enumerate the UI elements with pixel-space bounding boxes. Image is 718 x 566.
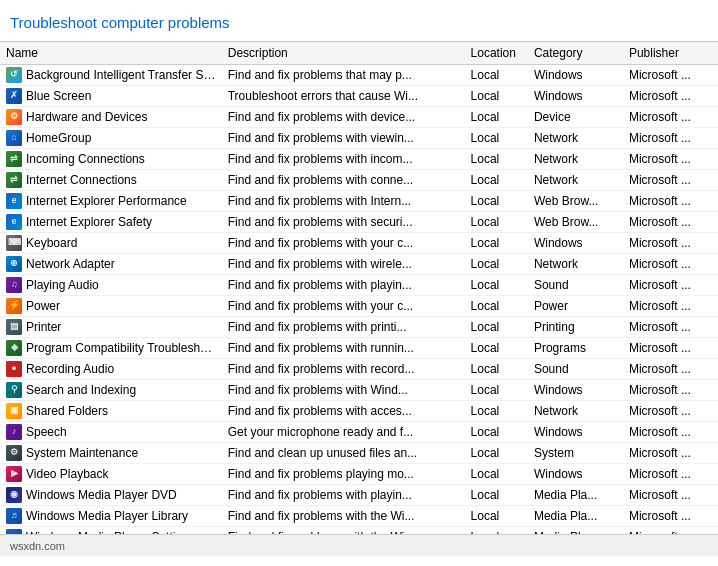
footer-bar: wsxdn.com: [0, 534, 718, 556]
publisher-cell: Microsoft ...: [623, 443, 718, 464]
publisher-cell: Microsoft ...: [623, 86, 718, 107]
table-row[interactable]: Search and IndexingFind and fix problems…: [0, 380, 718, 401]
publisher-cell: Microsoft ...: [623, 128, 718, 149]
name-cell: Network Adapter: [0, 254, 222, 275]
table-row[interactable]: Internet Explorer SafetyFind and fix pro…: [0, 212, 718, 233]
table-row[interactable]: PrinterFind and fix problems with printi…: [0, 317, 718, 338]
name-cell: Video Playback: [0, 464, 222, 485]
table-header-row: Name Description Location Category Publi…: [0, 42, 718, 65]
description-cell: Find and fix problems with playin...: [222, 485, 465, 506]
location-cell: Local: [465, 275, 528, 296]
description-cell: Find and fix problems with wirele...: [222, 254, 465, 275]
table-row[interactable]: Hardware and DevicesFind and fix problem…: [0, 107, 718, 128]
name-cell: Shared Folders: [0, 401, 222, 422]
col-location[interactable]: Location: [465, 42, 528, 65]
description-cell: Get your microphone ready and f...: [222, 422, 465, 443]
table-row[interactable]: PowerFind and fix problems with your c..…: [0, 296, 718, 317]
table-row[interactable]: Network AdapterFind and fix problems wit…: [0, 254, 718, 275]
description-cell: Find and clean up unused files an...: [222, 443, 465, 464]
location-cell: Local: [465, 107, 528, 128]
col-name[interactable]: Name: [0, 42, 222, 65]
col-description[interactable]: Description: [222, 42, 465, 65]
item-name: Playing Audio: [26, 278, 99, 292]
publisher-cell: Microsoft ...: [623, 191, 718, 212]
table-row[interactable]: Windows Media Player DVDFind and fix pro…: [0, 485, 718, 506]
publisher-cell: Microsoft ...: [623, 401, 718, 422]
name-cell: Program Compatibility Troubleshooter: [0, 338, 222, 359]
app-icon: [6, 319, 22, 335]
publisher-cell: Microsoft ...: [623, 527, 718, 535]
item-name: Background Intelligent Transfer Service: [26, 68, 216, 82]
table-row[interactable]: Background Intelligent Transfer ServiceF…: [0, 65, 718, 86]
category-cell: System: [528, 443, 623, 464]
description-cell: Find and fix problems with the Wi...: [222, 506, 465, 527]
publisher-cell: Microsoft ...: [623, 296, 718, 317]
table-body: Background Intelligent Transfer ServiceF…: [0, 65, 718, 535]
app-icon: [6, 298, 22, 314]
app-icon: [6, 445, 22, 461]
description-cell: Find and fix problems playing mo...: [222, 464, 465, 485]
item-name: Printer: [26, 320, 61, 334]
table-row[interactable]: Incoming ConnectionsFind and fix problem…: [0, 149, 718, 170]
table-row[interactable]: Playing AudioFind and fix problems with …: [0, 275, 718, 296]
app-icon: [6, 172, 22, 188]
item-name: Search and Indexing: [26, 383, 136, 397]
category-cell: Media Pla...: [528, 527, 623, 535]
table-row[interactable]: System MaintenanceFind and clean up unus…: [0, 443, 718, 464]
table-row[interactable]: Windows Media Player LibraryFind and fix…: [0, 506, 718, 527]
item-name: Windows Media Player Library: [26, 509, 188, 523]
table-row[interactable]: Windows Media Player SettingsFind and fi…: [0, 527, 718, 535]
publisher-cell: Microsoft ...: [623, 275, 718, 296]
item-name: Network Adapter: [26, 257, 115, 271]
table-row[interactable]: Video PlaybackFind and fix problems play…: [0, 464, 718, 485]
category-cell: Network: [528, 128, 623, 149]
item-name: Shared Folders: [26, 404, 108, 418]
table-row[interactable]: Internet Explorer PerformanceFind and fi…: [0, 191, 718, 212]
name-cell: Background Intelligent Transfer Service: [0, 65, 222, 86]
name-cell: Search and Indexing: [0, 380, 222, 401]
name-cell: Internet Explorer Performance: [0, 191, 222, 212]
table-wrapper[interactable]: Name Description Location Category Publi…: [0, 41, 718, 534]
item-name: Internet Explorer Performance: [26, 194, 187, 208]
table-row[interactable]: HomeGroupFind and fix problems with view…: [0, 128, 718, 149]
table-row[interactable]: SpeechGet your microphone ready and f...…: [0, 422, 718, 443]
item-name: HomeGroup: [26, 131, 91, 145]
location-cell: Local: [465, 170, 528, 191]
app-icon: [6, 277, 22, 293]
description-cell: Find and fix problems with your c...: [222, 296, 465, 317]
col-publisher[interactable]: Publisher: [623, 42, 718, 65]
table-row[interactable]: Program Compatibility TroubleshooterFind…: [0, 338, 718, 359]
location-cell: Local: [465, 254, 528, 275]
description-cell: Find and fix problems that may p...: [222, 65, 465, 86]
category-cell: Device: [528, 107, 623, 128]
category-cell: Media Pla...: [528, 485, 623, 506]
app-icon: [6, 193, 22, 209]
table-row[interactable]: Blue ScreenTroubleshoot errors that caus…: [0, 86, 718, 107]
item-name: Hardware and Devices: [26, 110, 147, 124]
table-row[interactable]: KeyboardFind and fix problems with your …: [0, 233, 718, 254]
publisher-cell: Microsoft ...: [623, 233, 718, 254]
col-category[interactable]: Category: [528, 42, 623, 65]
item-name: Windows Media Player DVD: [26, 488, 177, 502]
category-cell: Printing: [528, 317, 623, 338]
name-cell: Recording Audio: [0, 359, 222, 380]
table-row[interactable]: Recording AudioFind and fix problems wit…: [0, 359, 718, 380]
name-cell: Windows Media Player DVD: [0, 485, 222, 506]
item-name: Blue Screen: [26, 89, 91, 103]
table-row[interactable]: Shared FoldersFind and fix problems with…: [0, 401, 718, 422]
description-cell: Find and fix problems with conne...: [222, 170, 465, 191]
name-cell: Internet Connections: [0, 170, 222, 191]
category-cell: Web Brow...: [528, 212, 623, 233]
name-cell: Internet Explorer Safety: [0, 212, 222, 233]
category-cell: Network: [528, 254, 623, 275]
troubleshooter-table: Name Description Location Category Publi…: [0, 42, 718, 534]
table-row[interactable]: Internet ConnectionsFind and fix problem…: [0, 170, 718, 191]
category-cell: Power: [528, 296, 623, 317]
location-cell: Local: [465, 359, 528, 380]
publisher-cell: Microsoft ...: [623, 485, 718, 506]
name-cell: Printer: [0, 317, 222, 338]
app-icon: [6, 424, 22, 440]
name-cell: Speech: [0, 422, 222, 443]
location-cell: Local: [465, 128, 528, 149]
category-cell: Media Pla...: [528, 506, 623, 527]
